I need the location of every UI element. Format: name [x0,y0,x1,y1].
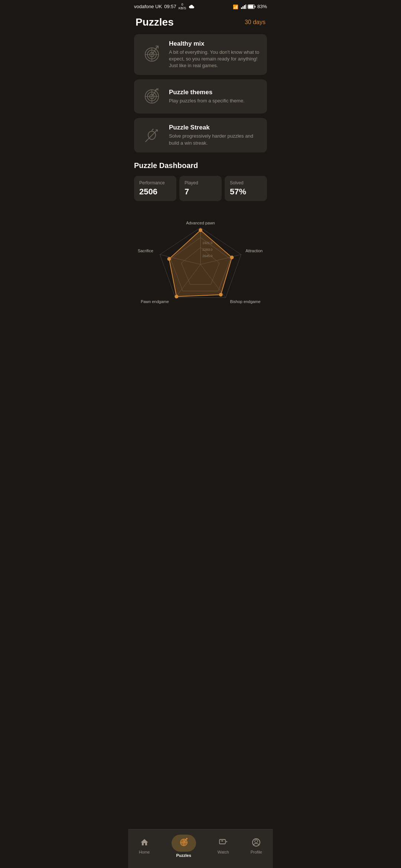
label-advanced-pawn: Advanced pawn [186,220,215,225]
svg-rect-3 [244,5,245,9]
svg-point-31 [219,293,223,296]
signal-icon [241,4,246,9]
label-attraction: Attraction [245,249,263,253]
stats-row: Performance 2506 Played 7 Solved 57% [134,176,267,201]
healthy-mix-content: Healthy mix A bit of everything. You don… [169,40,260,69]
solved-value: 57% [230,187,262,197]
status-bar: vodafone UK 09:57 0 KB/S 📶 [128,0,273,12]
svg-marker-28 [169,230,232,296]
ring-label-outer: 2645.0 [202,254,212,258]
puzzle-streak-content: Puzzle Streak Solve progressively harder… [169,124,260,146]
performance-label: Performance [139,180,171,185]
healthy-mix-card[interactable]: Healthy mix A bit of everything. You don… [134,34,267,75]
svg-point-33 [167,257,171,261]
played-stat: Played 7 [179,176,222,201]
healthy-mix-icon [141,43,163,66]
solved-label: Solved [230,180,262,185]
data-speed: 0 KB/S [179,3,186,10]
svg-rect-7 [255,6,255,7]
puzzle-streak-card[interactable]: Puzzle Streak Solve progressively harder… [134,118,267,152]
battery-icon [248,4,256,9]
dashboard-title: Puzzle Dashboard [134,161,267,170]
solved-stat: Solved 57% [225,176,267,201]
played-value: 7 [185,187,216,197]
status-right: 📶 83% [233,4,267,9]
performance-stat: Performance 2506 [134,176,176,201]
page-header: Puzzles 30 days [128,12,273,34]
time-label: 09:57 [164,4,176,9]
puzzle-themes-card[interactable]: Puzzle themes Play puzzles from a specif… [134,79,267,114]
healthy-mix-title: Healthy mix [169,40,260,47]
label-bishop-endgame: Bishop endgame [230,299,261,304]
status-left: vodafone UK 09:57 0 KB/S [134,3,194,10]
battery-label: 83% [257,4,267,9]
cards-container: Healthy mix A bit of everything. You don… [128,34,273,152]
puzzle-streak-title: Puzzle Streak [169,124,260,131]
svg-point-32 [175,295,178,298]
svg-text:📶: 📶 [233,4,238,9]
puzzle-streak-icon [141,124,163,147]
svg-rect-1 [241,7,242,9]
radar-chart: 1921.0 2283.0 2645.0 Advanced pawn Attra… [134,207,267,318]
performance-value: 2506 [139,187,171,197]
days-badge: 30 days [245,19,265,26]
label-sacrifice: Sacrifice [138,249,153,253]
wifi-icon: 📶 [233,4,239,9]
puzzle-dashboard: Puzzle Dashboard Performance 2506 Played… [128,152,273,330]
svg-point-29 [199,228,202,232]
radar-chart-container: 1921.0 2283.0 2645.0 Advanced pawn Attra… [134,207,267,326]
svg-rect-2 [242,6,244,9]
healthy-mix-desc: A bit of everything. You don't know what… [169,49,260,69]
puzzle-themes-content: Puzzle themes Play puzzles from a specif… [169,89,245,104]
svg-rect-4 [245,4,246,9]
page-title: Puzzles [136,16,174,28]
played-label: Played [185,180,216,185]
puzzle-themes-icon [141,85,163,108]
puzzle-themes-title: Puzzle themes [169,89,245,96]
puzzle-themes-desc: Play puzzles from a specific theme. [169,98,245,104]
ring-label-inner: 1921.0 [202,241,212,245]
carrier-label: vodafone UK [134,4,162,9]
label-pawn-endgame: Pawn endgame [141,299,169,304]
svg-point-30 [230,256,234,259]
cloud-icon [188,4,194,9]
svg-rect-6 [248,5,253,8]
ring-label-mid: 2283.0 [202,248,212,251]
puzzle-streak-desc: Solve progressively harder puzzles and b… [169,133,260,146]
